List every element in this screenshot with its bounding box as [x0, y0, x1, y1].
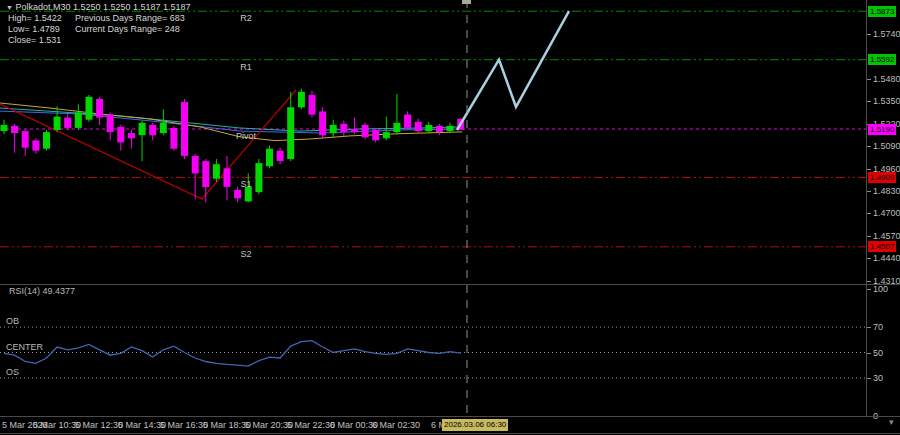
candle: [128, 130, 135, 149]
candle: [372, 128, 379, 142]
candle: [436, 124, 443, 135]
rsi-tick: [867, 289, 871, 290]
main-chart-panel[interactable]: [0, 0, 866, 284]
time-tick-label: 5 Mar 14:30: [118, 420, 166, 430]
price-tick-label: 1.5740: [873, 29, 900, 39]
price-tick-label: 1.4830: [873, 186, 900, 196]
price-tick-label: 1.5350: [873, 96, 900, 106]
level-label-R2: R2: [228, 13, 264, 23]
candle: [309, 91, 316, 118]
price-badge-R2: 1.5873: [868, 6, 896, 17]
price-tick: [867, 191, 871, 192]
level-label-S2: S2: [228, 249, 264, 259]
rsi-tick-label: 100: [873, 284, 888, 294]
time-tick-label: 5 Mar 10:30: [33, 420, 81, 430]
day-high-label: High= 1.5422: [8, 13, 62, 24]
level-label-Pivot: Pivot: [228, 131, 264, 141]
candle: [340, 121, 347, 137]
rsi-level-label-OS: OS: [6, 367, 19, 377]
candle: [43, 130, 50, 151]
candle: [107, 112, 114, 140]
price-tick: [867, 34, 871, 35]
symbol-dropdown-icon[interactable]: ▼: [6, 4, 13, 11]
candle: [32, 138, 39, 154]
panel-separator[interactable]: [0, 284, 900, 285]
vline-drag-marker[interactable]: [462, 0, 471, 4]
candle: [298, 89, 305, 110]
rsi-tick: [867, 327, 871, 328]
candle: [181, 99, 188, 159]
candle: [54, 106, 61, 132]
price-tick-label: 1.4700: [873, 208, 900, 218]
price-tick: [867, 281, 871, 282]
price-tick: [867, 169, 871, 170]
candle: [117, 125, 124, 151]
candle: [415, 119, 422, 133]
candle: [404, 111, 411, 130]
forecast-zigzag-line: [457, 11, 569, 130]
price-tick: [867, 236, 871, 237]
candle: [22, 129, 29, 156]
level-label-R1: R1: [228, 62, 264, 72]
candle: [287, 92, 294, 161]
price-badge-R1: 1.5592: [868, 54, 896, 65]
price-badge-S2: 1.4507: [868, 241, 896, 252]
candle: [86, 95, 93, 122]
time-tick-label: 5 Mar 20:30: [245, 420, 293, 430]
rsi-line: [4, 341, 461, 366]
rsi-tick: [867, 378, 871, 379]
candle: [330, 120, 337, 138]
candle: [234, 187, 241, 203]
rsi-panel[interactable]: [0, 285, 866, 416]
candle: [75, 104, 82, 130]
candle: [277, 148, 284, 165]
candle: [266, 146, 273, 169]
candle: [447, 123, 454, 133]
price-tick-label: 1.5480: [873, 74, 900, 84]
rsi-level-label-OB: OB: [6, 316, 19, 326]
candle: [96, 97, 103, 125]
candle: [149, 123, 156, 141]
price-tick: [867, 146, 871, 147]
time-tick-label: 5 Mar 16:30: [160, 420, 208, 430]
current-time-highlight[interactable]: 2026.03.06 06:30: [442, 419, 508, 431]
prev-range-label: Previous Days Range= 683: [75, 13, 185, 24]
time-tick-label: 6 Mar 02:30: [372, 420, 420, 430]
candle: [192, 154, 199, 200]
price-tick-label: 1.5090: [873, 141, 900, 151]
rsi-tick: [867, 353, 871, 354]
rsi-level-label-CENTER: CENTER: [6, 342, 43, 352]
curr-range-label: Current Days Range= 248: [75, 24, 180, 35]
price-tick: [867, 213, 871, 214]
candle: [202, 159, 209, 202]
candle: [213, 159, 220, 182]
candle: [393, 94, 400, 134]
price-tick: [867, 79, 871, 80]
level-label-S1: S1: [228, 179, 264, 189]
candle: [170, 126, 177, 151]
rsi-indicator-title: RSI(14) 49.4377: [9, 286, 75, 296]
bottom-border: [0, 433, 900, 434]
candle: [1, 120, 8, 135]
price-axis-separator: [866, 0, 867, 417]
price-badge-S1: 1.4909: [868, 172, 896, 183]
time-tick-label: 5 Mar 18:30: [203, 420, 251, 430]
price-tick: [867, 258, 871, 259]
price-tick: [867, 101, 871, 102]
symbol-ohlc-text: Polkadot,M30 1.5250 1.5250 1.5187 1.5187: [15, 2, 190, 12]
candle: [139, 121, 146, 161]
price-badge-Pivot: 1.5190: [868, 124, 896, 135]
scroll-down-icon[interactable]: ▾: [889, 417, 894, 427]
day-low-label: Low= 1.4789: [8, 24, 60, 35]
candle: [64, 114, 71, 131]
candle: [319, 107, 326, 138]
time-tick-label: 5 Mar 22:30: [287, 420, 335, 430]
price-tick-label: 1.4570: [873, 231, 900, 241]
price-tick-label: 1.4440: [873, 253, 900, 263]
time-tick-label: 5 Mar 12:30: [75, 420, 123, 430]
trading-chart-window: ▼ Polkadot,M30 1.5250 1.5250 1.5187 1.51…: [0, 0, 900, 435]
candle: [351, 118, 358, 135]
rsi-tick-label: 70: [873, 322, 883, 332]
candle: [11, 124, 18, 153]
time-tick-label: 6 Mar 00:30: [330, 420, 378, 430]
